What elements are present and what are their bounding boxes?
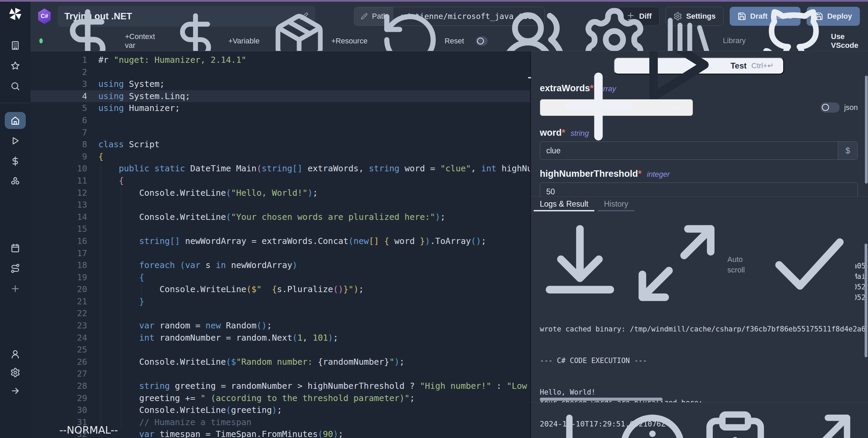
line-number: 21 — [31, 296, 87, 308]
settings-icon[interactable] — [10, 367, 20, 378]
sidebar-main-group — [10, 136, 20, 197]
line-number: 19 — [31, 271, 87, 284]
cubes-icon[interactable] — [10, 176, 20, 187]
code-line[interactable]: 19 { — [31, 271, 530, 284]
line-number: 20 — [31, 283, 87, 296]
expand-sidebar-icon[interactable] — [10, 386, 20, 396]
code-line[interactable]: 20 Console.WriteLine($" {s.Pluralize()}"… — [31, 283, 530, 296]
code-line[interactable]: 23 var random = new Random(); — [31, 320, 530, 332]
info-icon[interactable] — [614, 407, 691, 438]
dollar-icon[interactable] — [10, 156, 20, 166]
line-number: 32 — [31, 428, 87, 438]
code-line[interactable]: 31 // Humanize a timespan — [31, 416, 530, 429]
code-line[interactable]: 1#r "nuget: Humanizer, 2.14.1" — [31, 54, 530, 66]
code-line[interactable]: 27 — [31, 368, 530, 380]
tab-history[interactable]: History — [598, 197, 634, 211]
line-number: 2 — [31, 66, 87, 78]
code-editor[interactable]: 1#r "nuget: Humanizer, 2.14.1"23using Sy… — [31, 51, 530, 438]
building-icon[interactable] — [10, 40, 20, 51]
code-line[interactable]: 14 Console.WriteLine("Your chosen words … — [31, 211, 530, 223]
expand-result-icon[interactable] — [780, 407, 857, 438]
code-line[interactable]: 8class Script — [31, 138, 530, 151]
code-line[interactable]: 15 — [31, 223, 530, 235]
line-number: 28 — [31, 380, 87, 392]
line-number: 22 — [31, 307, 87, 320]
code-line[interactable]: 2 — [31, 66, 530, 78]
code-line[interactable]: 25 — [31, 344, 530, 356]
code-line[interactable]: 32 var timespan = TimeSpan.FromMinutes(9… — [31, 428, 530, 438]
highnumberthreshold-input[interactable]: 50 — [540, 183, 858, 196]
line-number: 12 — [31, 187, 87, 199]
assistant-toggle[interactable] — [476, 36, 488, 46]
sidebar-item-home[interactable] — [5, 112, 26, 129]
user-account-icon[interactable] — [10, 349, 20, 359]
line-number: 26 — [31, 356, 87, 368]
insert-variable-button[interactable]: $ — [838, 142, 857, 159]
editor-toolbar: +Context var +Variable +Resource Reset — [31, 31, 868, 51]
required-mark: * — [562, 128, 566, 138]
code-line[interactable]: 17 — [31, 247, 530, 260]
preview-panel: Test Ctrl+↵ extraWords* array Add item — [531, 51, 868, 438]
sidebar-lower-group — [10, 243, 20, 304]
line-number: 11 — [31, 175, 87, 187]
field-type: integer — [647, 170, 670, 179]
star-icon[interactable] — [10, 61, 20, 71]
line-number: 3 — [31, 78, 87, 90]
code-line[interactable]: 18 foreach (var s in newWordArray) — [31, 259, 530, 271]
code-line[interactable]: 5using Humanizer; — [31, 102, 530, 114]
copy-json-icon[interactable] — [697, 407, 774, 438]
autoscroll-label: Auto scroll — [727, 254, 758, 275]
code-line[interactable]: 10 public static DateTime Main(string[] … — [31, 163, 530, 175]
csharp-language-badge: C# — [37, 8, 52, 24]
code-line[interactable]: 9{ — [31, 151, 530, 163]
download-result-icon[interactable] — [531, 407, 608, 438]
code-line[interactable]: 22 — [31, 307, 530, 320]
logs-hscrollbar-thumb[interactable] — [540, 398, 663, 401]
code-line[interactable]: 11 { — [31, 175, 530, 187]
code-line[interactable]: 30 Console.WriteLine(greeting); — [31, 404, 530, 416]
code-line[interactable]: 3using System; — [31, 78, 530, 90]
line-number: 24 — [31, 332, 87, 344]
download-logs-icon[interactable] — [534, 217, 626, 312]
code-line[interactable]: 29 greeting += " (according to the thres… — [31, 392, 530, 404]
sidebar-bottom-group — [10, 349, 20, 438]
run-status-dot — [39, 38, 43, 43]
plus-icon[interactable] — [10, 284, 20, 294]
code-line[interactable]: 13 — [31, 199, 530, 211]
code-line[interactable]: 4using System.Linq; — [31, 90, 530, 102]
code-line[interactable]: 24 int randomNumber = random.Next(1, 101… — [31, 332, 530, 344]
code-line[interactable]: 21 } — [31, 296, 530, 308]
add-item-button[interactable]: Add item — [540, 99, 693, 116]
indent-guide — [141, 283, 142, 296]
code-line[interactable]: 12 Console.WriteLine("Hello, World!"); — [31, 187, 530, 199]
copy-result-button[interactable]: Copy — [550, 435, 674, 438]
line-number: 6 — [31, 114, 87, 127]
panel-scrollbar-thumb[interactable] — [865, 76, 868, 184]
logs-panel[interactable]: Auto scroll --- DOTNET BUILD ---Requirem… — [531, 211, 868, 402]
field-label-word: word* string — [540, 128, 858, 138]
word-input[interactable]: clue $ — [540, 141, 858, 160]
code-line[interactable]: 7 — [31, 127, 530, 139]
route-icon[interactable] — [10, 263, 20, 273]
code-line[interactable]: 28 string greeting = randomNumber > high… — [31, 380, 530, 392]
log-line — [540, 366, 865, 377]
windmill-logo-icon[interactable] — [8, 6, 23, 21]
sidebar-top-group — [10, 40, 20, 101]
code-line[interactable]: 16 string[] newWordArray = extraWords.Co… — [31, 235, 530, 247]
code-line[interactable]: 26 Console.WriteLine($"Random number: {r… — [31, 356, 530, 368]
search-icon[interactable] — [10, 81, 20, 91]
sidebar — [0, 2, 31, 438]
expand-logs-icon[interactable] — [631, 217, 722, 312]
line-number: 29 — [31, 392, 87, 404]
indent-guide — [121, 187, 121, 429]
line-number: 23 — [31, 320, 87, 332]
calendar-icon[interactable] — [10, 243, 20, 253]
tab-logs-result[interactable]: Logs & Result — [534, 197, 594, 211]
line-number: 31 — [31, 416, 87, 429]
play-icon[interactable] — [10, 136, 20, 146]
autoscroll-check-icon[interactable] — [764, 217, 855, 312]
code-line[interactable]: 6 — [31, 114, 530, 127]
field-type: string — [571, 129, 589, 138]
json-toggle[interactable] — [821, 102, 840, 113]
logs-vscrollbar-thumb[interactable] — [865, 244, 867, 357]
